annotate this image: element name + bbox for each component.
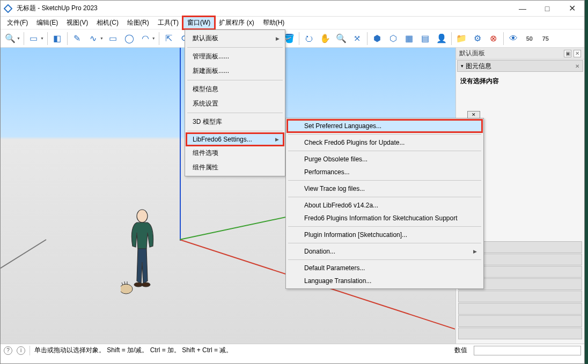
- sidepanel-row-5[interactable]: [458, 291, 582, 302]
- submenu-arrow-icon: ▶: [276, 36, 280, 41]
- help-icon[interactable]: ?: [4, 346, 12, 355]
- search-icon[interactable]: 🔍: [3, 31, 18, 46]
- pan-icon[interactable]: ✋: [318, 31, 333, 46]
- menu-绘图(R)[interactable]: 绘图(R): [123, 17, 153, 29]
- statusbar: ? i 单击或拖动以选择对象。 Shift = 加/减。 Ctrl = 加。 S…: [1, 344, 584, 356]
- menu-视图(V)[interactable]: 视图(V): [62, 17, 92, 29]
- n75-icon[interactable]: 75: [538, 31, 553, 46]
- eye-icon[interactable]: 👁: [506, 31, 521, 46]
- menu-编辑(E)[interactable]: 编辑(E): [32, 17, 62, 29]
- menu-separator: [288, 243, 481, 243]
- dropdown-arrow-icon[interactable]: ▼: [17, 36, 20, 40]
- scale-figure-icon: [121, 209, 164, 300]
- menu-item[interactable]: 3D 模型库: [186, 115, 284, 129]
- submenu-item[interactable]: Donation...▶: [287, 245, 482, 258]
- menu-item[interactable]: 新建面板......: [186, 64, 284, 78]
- status-divider: [30, 346, 30, 355]
- entity-info-section-header[interactable]: ▾ 图元信息 ✕: [457, 60, 583, 72]
- person-icon[interactable]: 👤: [434, 31, 449, 46]
- pushpull-icon[interactable]: ⇱: [161, 31, 177, 46]
- menu-separator: [187, 80, 283, 80]
- folder-icon[interactable]: 📁: [454, 31, 469, 46]
- section-icon[interactable]: ▦: [402, 31, 417, 46]
- minimize-button[interactable]: —: [510, 1, 535, 17]
- submenu-item[interactable]: Check Fredo6 Plugins for Update...: [287, 136, 482, 149]
- toolbar-separator: [299, 32, 299, 45]
- submenu-item[interactable]: Purge Obsolete files...: [287, 153, 482, 166]
- toolbar-separator: [367, 32, 367, 45]
- arc-icon[interactable]: ◠: [138, 31, 153, 46]
- menu-文件(F)[interactable]: 文件(F): [3, 17, 32, 29]
- select-icon[interactable]: ▭: [26, 31, 41, 46]
- menu-item[interactable]: 模型信息: [186, 82, 284, 96]
- info-icon[interactable]: i: [17, 346, 25, 355]
- menu-separator: [288, 134, 481, 135]
- submenu-item[interactable]: Plugin Information [Sketchucation]...: [287, 228, 482, 241]
- axis-grey: [1, 239, 47, 344]
- eraser-icon[interactable]: ◧: [50, 31, 65, 46]
- menu-帮助(H)[interactable]: 帮助(H): [259, 17, 289, 29]
- sidepanel-row-7[interactable]: [458, 315, 582, 327]
- toolbar-separator: [451, 32, 452, 45]
- libfredo6-submenu: ✕ Set Preferred Languages...Check Fredo6…: [285, 118, 484, 289]
- toolbar-separator: [503, 32, 504, 45]
- zoom-ext-icon[interactable]: ⤧: [350, 31, 365, 46]
- panel-header[interactable]: 默认面板 ▣ ✕: [456, 48, 584, 60]
- window-menu-dropdown: 默认面板▶管理面板......新建面板......模型信息系统设置3D 模型库L…: [185, 29, 285, 176]
- close-button[interactable]: ✕: [560, 1, 584, 17]
- iso-icon[interactable]: ⬢: [370, 31, 385, 46]
- rect-icon[interactable]: ▭: [106, 31, 121, 46]
- menubar: 文件(F)编辑(E)视图(V)相机(C)绘图(R)工具(T)窗口(W)扩展程序 …: [1, 17, 584, 29]
- value-input[interactable]: [474, 346, 581, 355]
- menu-item[interactable]: 组件选项: [186, 146, 284, 160]
- menu-窗口(W)[interactable]: 窗口(W): [183, 17, 215, 29]
- menu-separator: [288, 151, 481, 151]
- submenu-close-icon[interactable]: ✕: [467, 111, 480, 118]
- dropdown-arrow-icon[interactable]: ▼: [152, 36, 156, 40]
- entity-info-content: 没有选择内容: [456, 72, 584, 90]
- menu-separator: [288, 197, 481, 197]
- close-red-icon[interactable]: ⊗: [486, 31, 501, 46]
- submenu-item[interactable]: Fredo6 Plugins Information for Sketchuca…: [287, 212, 482, 225]
- menu-item[interactable]: 管理面板......: [186, 49, 284, 64]
- submenu-item[interactable]: View Trace log files...: [287, 182, 482, 195]
- titlebar: 无标题 - SketchUp Pro 2023 — □ ✕: [1, 1, 584, 17]
- panel-pin-icon[interactable]: ▣: [564, 50, 571, 57]
- menu-item[interactable]: 组件属性: [186, 160, 284, 175]
- maximize-button[interactable]: □: [535, 1, 560, 17]
- orbit-icon[interactable]: ⭮: [302, 31, 317, 46]
- menu-item[interactable]: LibFredo6 Settings...▶: [186, 133, 284, 146]
- submenu-item[interactable]: Language Translation...: [287, 274, 482, 287]
- submenu-item[interactable]: About LibFredo6 v14.2a...: [287, 199, 482, 212]
- freehand-icon[interactable]: ∿: [86, 31, 101, 46]
- section-close-icon[interactable]: ✕: [575, 63, 579, 69]
- menu-separator: [187, 131, 283, 131]
- menu-扩展程序 (x)[interactable]: 扩展程序 (x): [215, 17, 258, 29]
- toolbar: 🔍▼▭▼◧✎∿▼▭◯◠▼⇱⟳✥↻⤢📏A🪣⭮✋🔍⤧⬢⬡▦▤👤📁⚙⊗👁5075: [1, 29, 584, 48]
- pencil-icon[interactable]: ✎: [70, 31, 85, 46]
- submenu-item[interactable]: Performances...: [287, 166, 482, 179]
- section2-icon[interactable]: ▤: [418, 31, 433, 46]
- menu-相机(C)[interactable]: 相机(C): [92, 17, 123, 29]
- menu-工具(T)[interactable]: 工具(T): [153, 17, 183, 29]
- n50-icon[interactable]: 50: [522, 31, 537, 46]
- menu-item[interactable]: 默认面板▶: [186, 31, 284, 46]
- entity-info-title: 图元信息: [466, 62, 491, 71]
- sidepanel-row-8[interactable]: [458, 328, 582, 339]
- circle-icon[interactable]: ◯: [122, 31, 137, 46]
- svg-point-2: [137, 210, 148, 222]
- panel-close-icon[interactable]: ✕: [574, 50, 581, 57]
- axis-blue: [180, 48, 181, 241]
- sidepanel-row-6[interactable]: [458, 303, 582, 315]
- svg-point-4: [142, 283, 150, 287]
- status-hint: 单击或拖动以选择对象。 Shift = 加/减。 Ctrl = 加。 Shift…: [34, 346, 448, 355]
- submenu-item[interactable]: Set Preferred Languages...: [287, 120, 482, 132]
- dropdown-arrow-icon[interactable]: ▼: [100, 36, 104, 40]
- gear-icon[interactable]: ⚙: [470, 31, 485, 46]
- menu-separator: [187, 47, 283, 48]
- submenu-item[interactable]: Default Parameters...: [287, 262, 482, 274]
- menu-item[interactable]: 系统设置: [186, 96, 284, 111]
- dropdown-arrow-icon[interactable]: ▼: [40, 36, 44, 40]
- zoom-icon[interactable]: 🔍: [334, 31, 349, 46]
- iso2-icon[interactable]: ⬡: [386, 31, 401, 46]
